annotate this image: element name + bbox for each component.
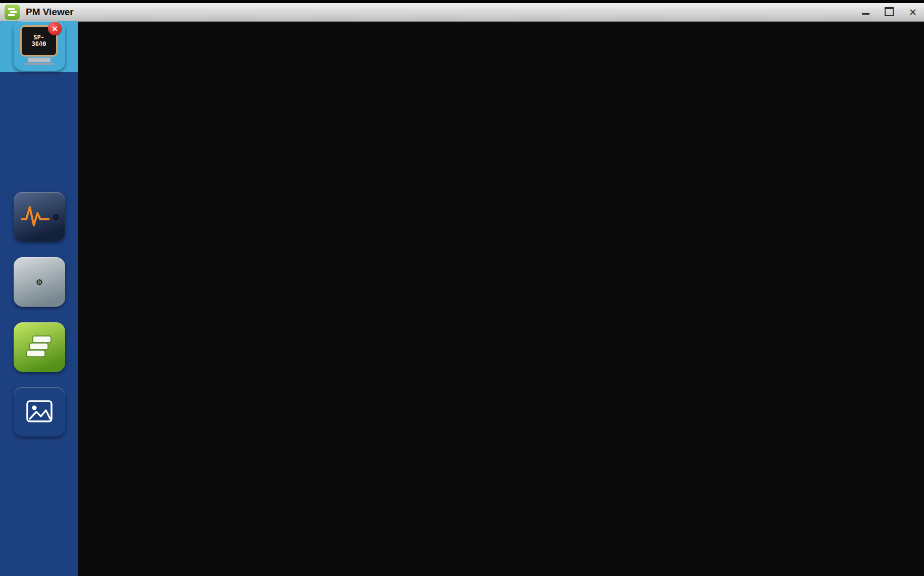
integ-setting-button[interactable]: ⚙ bbox=[0, 533, 924, 551]
window-controls: ✕ bbox=[862, 7, 917, 18]
sidebar: SP- 3000 ✕ ⚙ ⚙ bbox=[0, 21, 78, 576]
close-button[interactable]: ✕ bbox=[909, 8, 917, 17]
store-group-title: Store bbox=[0, 560, 924, 569]
divider bbox=[0, 122, 924, 154]
range-section-title: Range bbox=[0, 378, 924, 387]
mode-value: RMS bbox=[0, 113, 924, 122]
help-bubble-icon: ? bbox=[37, 41, 42, 51]
line-filter-label: Line Filter bbox=[0, 172, 924, 181]
integ-reset-button[interactable]: ✕ bbox=[0, 506, 924, 524]
divider bbox=[0, 73, 924, 104]
titlebar: PM Viewer ✕ bbox=[0, 3, 924, 22]
pm-viewer-window: PM Viewer ✕ SP- 3000 ✕ ⚙ bbox=[0, 0, 924, 576]
image-icon bbox=[24, 397, 55, 426]
store-section-title: Store bbox=[0, 291, 924, 300]
sidebar-item-monitor[interactable]: ⚙ bbox=[14, 192, 65, 242]
top-control-bar: Peak Over U1 U2 U3 I1 I2 I3 Mode RMS Sca… bbox=[0, 0, 924, 405]
sidebar-item-screenshot[interactable] bbox=[14, 387, 65, 437]
integ-section-title: Integ bbox=[0, 231, 924, 241]
sidebar-item-help[interactable]: ? bbox=[14, 21, 65, 71]
channel-i3-button[interactable]: I3 bbox=[0, 64, 924, 73]
minimize-button[interactable] bbox=[862, 8, 869, 17]
sidebar-item-settings[interactable]: ⚙ bbox=[14, 257, 65, 307]
freq-filter-label: Freq Filter bbox=[0, 181, 924, 190]
sidebar-item-pages[interactable] bbox=[14, 322, 65, 372]
integ-group-title: Integ bbox=[0, 452, 924, 461]
gear-mini-icon: ⚙ bbox=[53, 212, 60, 222]
divider bbox=[0, 461, 924, 478]
layers-icon bbox=[24, 332, 55, 362]
window-title: PM Viewer bbox=[26, 7, 74, 18]
mode-label: Mode bbox=[0, 104, 924, 113]
divider bbox=[0, 569, 924, 576]
channel-u2-button[interactable]: U2 bbox=[0, 27, 924, 36]
waveform-icon bbox=[19, 201, 53, 232]
integ-start-button[interactable]: ↻ bbox=[0, 478, 924, 497]
app-logo-icon bbox=[5, 5, 20, 20]
update-section-title: Update bbox=[0, 351, 924, 360]
action-toolbar: ▶ Hold Single Integ ↻ Start ✕ Res bbox=[0, 405, 924, 576]
channel-i1-button[interactable]: I1 bbox=[0, 45, 924, 55]
question-mark-icon: ? bbox=[37, 41, 42, 50]
divider bbox=[0, 199, 924, 231]
divider bbox=[0, 259, 924, 291]
avg-label: AVG bbox=[0, 163, 924, 172]
channel-u3-button[interactable]: U3 bbox=[0, 36, 924, 45]
max-hold-label: Max Hold bbox=[0, 190, 924, 199]
channel-i2-button[interactable]: I2 bbox=[0, 55, 924, 64]
scaling-label: Scaling bbox=[0, 154, 924, 163]
divider bbox=[0, 318, 924, 351]
gear-icon: ⚙ bbox=[36, 277, 43, 287]
maximize-button[interactable] bbox=[885, 7, 894, 18]
single-button[interactable] bbox=[0, 424, 924, 443]
